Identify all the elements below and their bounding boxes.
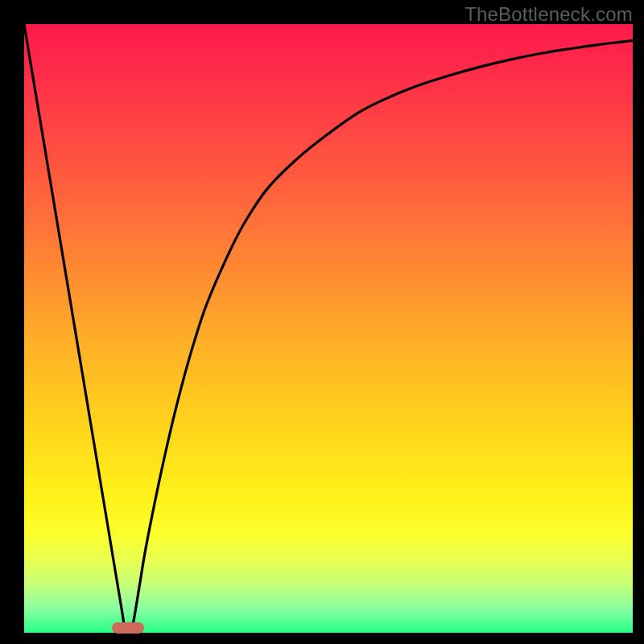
chart-frame: TheBottleneck.com bbox=[0, 0, 644, 644]
watermark-text: TheBottleneck.com bbox=[464, 3, 633, 26]
optimum-marker bbox=[112, 622, 144, 634]
plot-area bbox=[24, 24, 633, 633]
bottleneck-curve bbox=[24, 24, 633, 633]
